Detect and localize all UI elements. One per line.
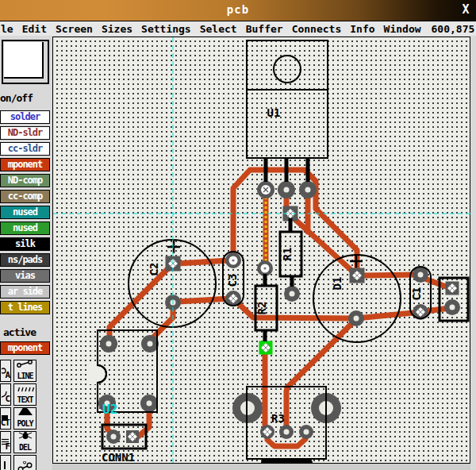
tool-button-clipped-0[interactable]: A bbox=[0, 360, 11, 382]
component-R2[interactable]: R2 bbox=[255, 274, 277, 341]
tool-button-clipped-2[interactable]: CT bbox=[0, 407, 11, 430]
component-label-R3: R3 bbox=[271, 412, 285, 425]
bottom-border bbox=[52, 464, 476, 470]
component-label-C2: C2 bbox=[148, 263, 160, 276]
component-label-CONN1: CONN1 bbox=[102, 451, 135, 464]
layer-button-nd-sldr-1[interactable]: ND-sldr bbox=[0, 126, 50, 140]
layer-button-cc-sldr-2[interactable]: cc-sldr bbox=[0, 142, 50, 156]
pcb-application-window: pcb X leEditScreenSizesSettingsSelectBuf… bbox=[0, 0, 476, 470]
component-U1[interactable]: U1 bbox=[247, 40, 328, 182]
poly-icon bbox=[17, 407, 34, 419]
right-border bbox=[470, 37, 476, 470]
tool-label-fragment: A bbox=[5, 370, 10, 380]
sidebar: on/off solderND-sldrcc-sldrmponentND-com… bbox=[0, 36, 52, 470]
pad-4[interactable] bbox=[284, 286, 300, 302]
layer-button-mponent-3[interactable]: mponent bbox=[0, 158, 50, 171]
layer-button-vias-10[interactable]: vias bbox=[0, 269, 50, 283]
tool-button-line[interactable]: LINE bbox=[13, 360, 36, 382]
tool-label: TEXT bbox=[17, 395, 33, 404]
menu-item-connects[interactable]: Connects bbox=[292, 23, 342, 35]
menu-item-info[interactable]: Info bbox=[350, 23, 374, 35]
layer-button-solder-0[interactable]: solder bbox=[0, 110, 50, 124]
pcb-canvas[interactable]: U1R1R2C2D1C3C1CONN2U2CONN1R3 bbox=[52, 37, 470, 464]
menu-bar: leEditScreenSizesSettingsSelectBufferCon… bbox=[0, 21, 476, 36]
cursor-coordinates: 600,875 bbox=[432, 23, 475, 35]
menu-item-window[interactable]: Window bbox=[384, 23, 421, 35]
tool-button-clipped-3[interactable]: F bbox=[0, 431, 11, 453]
trace-net-d1-c1[interactable] bbox=[363, 275, 413, 275]
tool-label-fragment: C bbox=[5, 394, 10, 404]
layer-button-nused-6[interactable]: nused bbox=[0, 206, 50, 219]
pad-22[interactable] bbox=[126, 430, 139, 443]
pad-11[interactable] bbox=[350, 268, 365, 283]
pad-17[interactable] bbox=[100, 335, 117, 352]
pad-16[interactable] bbox=[444, 299, 460, 315]
tool-button-clipped-4[interactable] bbox=[0, 455, 11, 470]
pad-20[interactable] bbox=[140, 395, 158, 412]
del-icon bbox=[17, 431, 33, 443]
tool-button-poly[interactable]: POLY bbox=[13, 407, 36, 430]
tool-label: LINE bbox=[17, 372, 33, 380]
rot-icon bbox=[3, 457, 10, 470]
pad-9[interactable] bbox=[225, 252, 241, 268]
text-icon bbox=[16, 383, 35, 395]
menu-item-screen[interactable]: Screen bbox=[56, 23, 93, 35]
tool-label: POLY bbox=[17, 419, 33, 428]
pad-6[interactable] bbox=[259, 341, 273, 355]
tool-button-del[interactable]: DEL bbox=[13, 431, 36, 453]
trace-net-c2-c3-top[interactable] bbox=[177, 260, 229, 264]
pad-0[interactable] bbox=[257, 181, 274, 198]
close-button[interactable]: X bbox=[459, 2, 473, 17]
layer-button-nd-comp-4[interactable]: ND-comp bbox=[0, 174, 50, 187]
pad-1[interactable] bbox=[278, 181, 295, 198]
tool-label: DEL bbox=[19, 443, 31, 452]
layer-button-silk-8[interactable]: silk bbox=[0, 237, 50, 251]
menu-item-edit[interactable]: Edit bbox=[22, 23, 47, 35]
component-label-C1: C1 bbox=[410, 287, 423, 301]
component-label-R2: R2 bbox=[255, 302, 268, 315]
pad-18[interactable] bbox=[141, 335, 159, 352]
pad-25[interactable] bbox=[260, 425, 274, 439]
menu-item-sizes[interactable]: Sizes bbox=[102, 23, 132, 35]
component-label-U2: U2 bbox=[102, 402, 117, 417]
menu-item-settings[interactable]: Settings bbox=[141, 23, 191, 35]
thermal-icon bbox=[16, 460, 34, 470]
pad-26[interactable] bbox=[279, 425, 294, 439]
menu-item-le[interactable]: le bbox=[1, 23, 13, 35]
component-label-C3: C3 bbox=[226, 274, 239, 287]
preview-page bbox=[4, 42, 44, 79]
trace-net-c2-c3-bot[interactable] bbox=[178, 299, 229, 302]
component-R1[interactable]: R1 bbox=[280, 218, 301, 287]
title-bar[interactable]: pcb X bbox=[0, 0, 476, 21]
pad-12[interactable] bbox=[348, 310, 364, 326]
pad-2[interactable] bbox=[299, 181, 317, 198]
tool-button-clipped-1[interactable]: C bbox=[0, 383, 11, 406]
layer-button-cc-comp-5[interactable]: cc-comp bbox=[0, 190, 50, 203]
layer-button-ns-pads-9[interactable]: ns/pads bbox=[0, 253, 50, 267]
layer-button-t-lines-12[interactable]: t lines bbox=[0, 301, 50, 314]
layer-button-nused-7[interactable]: nused bbox=[0, 222, 50, 235]
tool-grid: ALINECTEXTCTPOLYFDEL bbox=[0, 360, 52, 470]
layout-preview-thumbnail[interactable] bbox=[2, 40, 49, 84]
menu-item-select[interactable]: Select bbox=[200, 23, 237, 35]
component-label-R1: R1 bbox=[281, 248, 294, 261]
tool-button-thermal[interactable] bbox=[13, 455, 36, 470]
line-icon bbox=[16, 360, 34, 372]
tool-label-fragment: F bbox=[5, 441, 10, 452]
layer-button-ar-side-11[interactable]: ar side bbox=[0, 285, 50, 299]
active-layer-button[interactable]: mponent bbox=[0, 341, 50, 355]
tool-button-text[interactable]: TEXT bbox=[13, 383, 36, 406]
menu-item-buffer[interactable]: Buffer bbox=[246, 23, 283, 35]
component-label-U1: U1 bbox=[267, 106, 281, 119]
pad-27[interactable] bbox=[299, 425, 313, 439]
trace-net-r1-d1[interactable] bbox=[290, 215, 355, 274]
onoff-label: on/off bbox=[0, 92, 33, 104]
pad-21[interactable] bbox=[106, 430, 121, 444]
active-label: active bbox=[3, 326, 36, 338]
component-label-D1: D1 bbox=[331, 277, 344, 291]
layer-button-list: solderND-sldrcc-sldrmponentND-compcc-com… bbox=[0, 110, 52, 317]
pad-15[interactable] bbox=[446, 282, 459, 295]
tool-label-fragment: CT bbox=[1, 418, 10, 428]
window-title: pcb bbox=[0, 3, 476, 16]
pcb-drawing[interactable]: U1R1R2C2D1C3C1CONN2U2CONN1R3 bbox=[53, 37, 471, 464]
